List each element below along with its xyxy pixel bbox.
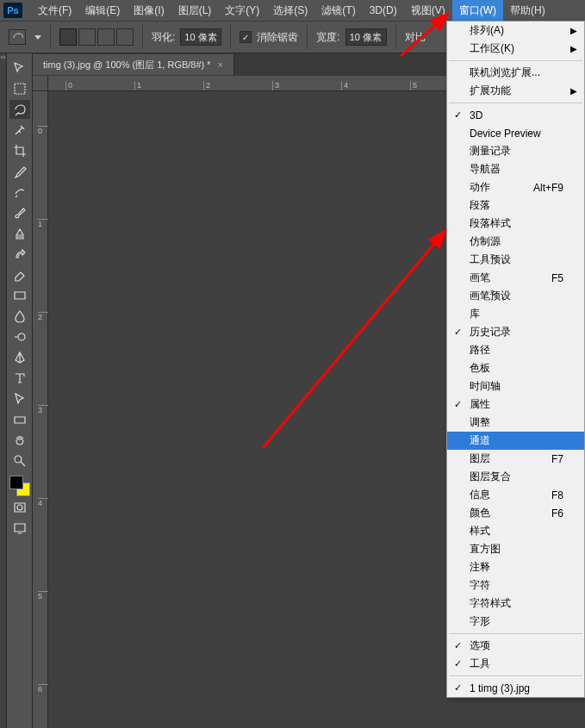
menu-item-[interactable]: 字形	[447, 613, 584, 631]
menu-layer[interactable]: 图层(L)	[171, 0, 219, 21]
menu-item-[interactable]: ✓历史记录	[447, 323, 584, 341]
menu-item-[interactable]: 颜色F6	[447, 504, 584, 522]
menu-item-[interactable]: 画笔预设	[447, 287, 584, 305]
blur-tool[interactable]	[9, 307, 30, 326]
menu-item-label: 历史记录	[470, 325, 511, 339]
menu-item-[interactable]: 直方图	[447, 540, 584, 558]
antialias-label: 消除锯齿	[257, 30, 298, 45]
screen-mode-tool[interactable]	[9, 519, 30, 538]
menu-item-label: 排列(A)	[470, 23, 504, 38]
menu-item-[interactable]: 段落样式	[447, 215, 584, 233]
menu-item-[interactable]: 信息F8	[447, 486, 584, 504]
menu-item-[interactable]: 画笔F5	[447, 269, 584, 287]
menu-item-[interactable]: 样式	[447, 522, 584, 540]
menu-item-[interactable]: ✓选项	[447, 637, 584, 655]
clone-stamp-tool[interactable]	[9, 224, 30, 243]
menu-item-label: 3D	[470, 109, 482, 121]
shape-tool[interactable]	[9, 410, 30, 429]
close-icon[interactable]: ×	[218, 59, 223, 70]
menu-item-[interactable]: 库	[447, 305, 584, 323]
brush-tool[interactable]	[9, 203, 30, 222]
menu-item-[interactable]: 色板	[447, 359, 584, 377]
menu-item-devicepreview[interactable]: Device Preview	[447, 124, 584, 142]
menu-item-label: 字符样式	[470, 596, 511, 611]
marquee-tool[interactable]	[9, 79, 30, 98]
selection-intersect-button[interactable]	[116, 28, 134, 46]
menu-item-[interactable]: 图层复合	[447, 468, 584, 486]
ruler-vertical[interactable]: 0123456	[33, 91, 48, 728]
app-logo: Ps	[3, 3, 22, 18]
menu-type[interactable]: 文字(Y)	[218, 0, 266, 21]
menu-item-1timg3jpg[interactable]: ✓1 timg (3).jpg	[447, 679, 584, 697]
menu-item-[interactable]: 导航器	[447, 160, 584, 178]
selection-subtract-button[interactable]	[97, 28, 115, 46]
menu-item-label: 调整	[470, 415, 490, 430]
menu-edit[interactable]: 编辑(E)	[78, 0, 127, 21]
menu-image[interactable]: 图像(I)	[127, 0, 171, 21]
feather-input[interactable]	[180, 28, 221, 46]
hand-tool[interactable]	[9, 431, 30, 450]
magic-wand-tool[interactable]	[9, 121, 30, 140]
menu-item-[interactable]: 工具预设	[447, 251, 584, 269]
menu-item-label: 画笔	[470, 271, 490, 285]
menu-help[interactable]: 帮助(H)	[503, 0, 552, 21]
move-tool[interactable]	[9, 59, 30, 78]
selection-new-button[interactable]	[59, 28, 77, 46]
menu-item-a[interactable]: 排列(A)▶	[447, 22, 584, 40]
history-brush-tool[interactable]	[9, 245, 30, 264]
dodge-tool[interactable]	[9, 327, 30, 346]
tool-preset-picker[interactable]	[9, 29, 26, 45]
menu-view[interactable]: 视图(V)	[404, 0, 452, 21]
lasso-tool[interactable]	[9, 100, 30, 119]
path-select-tool[interactable]	[9, 389, 30, 408]
menu-window[interactable]: 窗口(W)	[452, 0, 503, 21]
menu-item-[interactable]: 扩展功能▶	[447, 82, 584, 100]
menu-shortcut: F5	[551, 272, 563, 284]
menu-item-[interactable]: 字符	[447, 576, 584, 594]
menu-item-[interactable]: ✓属性	[447, 395, 584, 414]
menu-item-[interactable]: 调整	[447, 414, 584, 432]
zoom-tool[interactable]	[9, 451, 30, 470]
menu-item-label: 路径	[470, 343, 490, 358]
menu-shortcut: F8	[551, 489, 563, 501]
gradient-tool[interactable]	[9, 286, 30, 305]
menu-3d[interactable]: 3D(D)	[363, 0, 404, 21]
selection-add-button[interactable]	[78, 28, 96, 46]
chevron-down-icon[interactable]	[34, 35, 41, 40]
width-input[interactable]	[345, 28, 387, 46]
menu-item-[interactable]: 字符样式	[447, 594, 584, 613]
menu-item-k[interactable]: 工作区(K)▶	[447, 40, 584, 58]
eraser-tool[interactable]	[9, 265, 30, 284]
eyedropper-tool[interactable]	[9, 162, 30, 181]
menu-filter[interactable]: 滤镜(T)	[314, 0, 362, 21]
menu-item-[interactable]: 图层F7	[447, 450, 584, 468]
menu-shortcut: Alt+F9	[533, 182, 563, 194]
menu-item-[interactable]: 注释	[447, 558, 584, 576]
menu-file[interactable]: 文件(F)	[31, 0, 78, 21]
menu-item-[interactable]: ✓工具	[447, 655, 584, 673]
antialias-checkbox[interactable]: ✓	[240, 31, 252, 43]
menu-item-label: 测量记录	[470, 144, 511, 159]
quick-mask-tool[interactable]	[9, 498, 30, 517]
document-tab[interactable]: timg (3).jpg @ 100% (图层 1, RGB/8#) * ×	[33, 54, 234, 75]
menu-item-[interactable]: 路径	[447, 341, 584, 359]
menu-item-[interactable]: 测量记录	[447, 142, 584, 160]
check-icon: ✓	[454, 109, 462, 121]
menu-item-[interactable]: 段落	[447, 196, 584, 215]
menu-item-[interactable]: 时间轴	[447, 377, 584, 395]
healing-brush-tool[interactable]	[9, 183, 30, 202]
toolbox-handle[interactable]	[0, 53, 7, 728]
type-tool[interactable]	[9, 369, 30, 388]
menu-item-label: 扩展功能	[470, 84, 511, 98]
color-swatches[interactable]	[9, 476, 30, 496]
menu-item-3d[interactable]: ✓3D	[447, 106, 584, 124]
menu-select[interactable]: 选择(S)	[266, 0, 314, 21]
foreground-swatch[interactable]	[9, 476, 23, 489]
check-icon: ✓	[454, 327, 462, 338]
menu-item-[interactable]: 仿制源	[447, 233, 584, 251]
menu-item-[interactable]: 通道	[447, 432, 584, 450]
crop-tool[interactable]	[9, 141, 30, 160]
menu-item-[interactable]: 联机浏览扩展...	[447, 64, 584, 82]
pen-tool[interactable]	[9, 348, 30, 367]
menu-item-[interactable]: 动作Alt+F9	[447, 178, 584, 196]
